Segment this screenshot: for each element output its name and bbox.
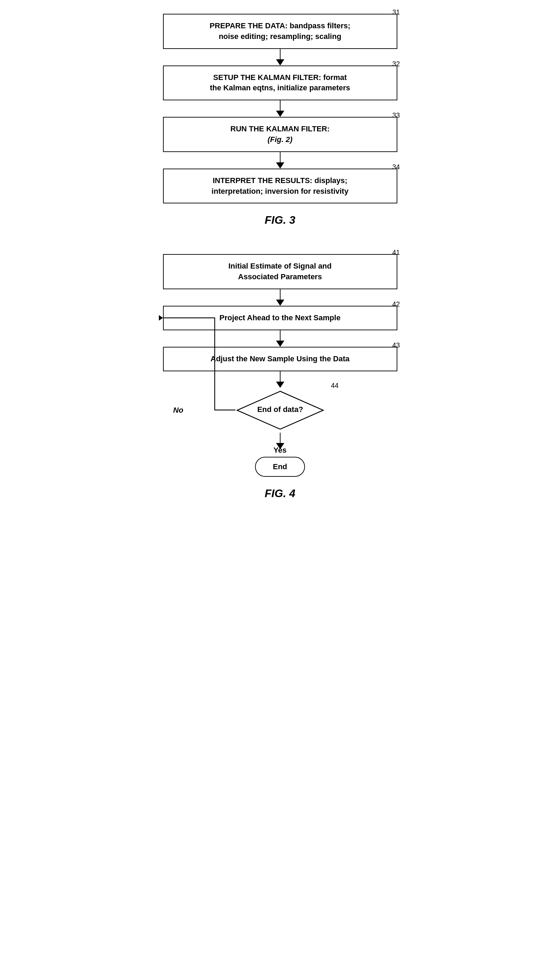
fig4-box-43-text: Adjust the New Sample Using the Data	[174, 354, 386, 364]
arrow-line	[280, 433, 280, 443]
fig4-box-41-text: Initial Estimate of Signal and Associate…	[174, 261, 386, 282]
corner-34: 34	[392, 163, 400, 171]
yes-label: Yes	[273, 446, 287, 454]
corner-33: 33	[392, 111, 400, 119]
arrow-line	[280, 49, 280, 59]
diamond-svg: End of data?	[235, 390, 325, 431]
fig3-box-32: 32 SETUP THE KALMAN FILTER: format the K…	[163, 65, 397, 101]
arrowhead	[276, 111, 284, 117]
fig3-box-32-line2: the Kalman eqtns, initialize parameters	[210, 83, 350, 92]
corner-44: 44	[331, 382, 338, 390]
fig4-box-42: 42 Project Ahead to the Next Sample	[163, 306, 397, 330]
diamond-label: End of data?	[257, 405, 303, 414]
fig4-box-43-line1: Adjust the New Sample Using the Data	[210, 354, 350, 363]
svg-text:End of data?: End of data?	[257, 405, 303, 414]
arrowhead	[276, 162, 284, 168]
arrowhead	[276, 341, 284, 347]
fig3-wrapper: 31 PREPARE THE DATA: bandpass filters; n…	[125, 14, 435, 227]
fig4-box-41: 41 Initial Estimate of Signal and Associ…	[163, 254, 397, 289]
end-label: End	[273, 462, 287, 471]
fig4-loop-container: 41 Initial Estimate of Signal and Associ…	[142, 254, 418, 477]
corner-42: 42	[392, 300, 400, 308]
corner-31: 31	[392, 8, 400, 16]
fig4-diamond-44-wrapper: 44 No End of data?	[163, 388, 397, 433]
fig3-caption: FIG. 3	[125, 214, 435, 227]
arrowhead	[276, 382, 284, 388]
fig3-box-34-line2: interpretation; inversion for resistivit…	[212, 187, 348, 195]
fig4-box-41-wrapper: 41 Initial Estimate of Signal and Associ…	[163, 254, 397, 289]
fig4-box-43-wrapper: 43 Adjust the New Sample Using the Data	[163, 347, 397, 371]
arrow-43-44	[276, 371, 284, 388]
fig3-box-34: 34 INTERPRET THE RESULTS: displays; inte…	[163, 168, 397, 204]
arrow-line	[280, 371, 280, 382]
diagrams-container: 31 PREPARE THE DATA: bandpass filters; n…	[125, 14, 435, 500]
arrowhead	[276, 59, 284, 65]
arrow-41-42	[276, 289, 284, 306]
fig4-flow: 41 Initial Estimate of Signal and Associ…	[125, 254, 435, 477]
arrow-33-34	[276, 152, 284, 168]
corner-32: 32	[392, 60, 400, 68]
end-oval: End	[255, 457, 305, 477]
fig3-box-34-text: INTERPRET THE RESULTS: displays; interpr…	[174, 175, 386, 197]
fig4-caption: FIG. 4	[125, 487, 435, 500]
yes-label-wrapper: Yes	[273, 446, 287, 455]
arrow-42-43	[276, 330, 284, 347]
fig4-box-42-wrapper: 42 Project Ahead to the Next Sample	[163, 306, 397, 330]
fig3-box-33: 33 RUN THE KALMAN FILTER: (Fig. 2)	[163, 117, 397, 152]
fig3-box-31-text: PREPARE THE DATA: bandpass filters; nois…	[174, 21, 386, 42]
corner-43: 43	[392, 341, 400, 349]
arrow-line	[280, 330, 280, 341]
fig3-flow: 31 PREPARE THE DATA: bandpass filters; n…	[125, 14, 435, 203]
fig4-box-42-line1: Project Ahead to the Next Sample	[220, 313, 340, 322]
fig3-box-33-line1: RUN THE KALMAN FILTER:	[230, 125, 330, 133]
fig4-box-41-line1: Initial Estimate of Signal and	[228, 262, 332, 270]
fig4-wrapper: 41 Initial Estimate of Signal and Associ…	[125, 254, 435, 500]
fig3-box-33-line2: (Fig. 2)	[267, 135, 292, 144]
fig4-box-43: 43 Adjust the New Sample Using the Data	[163, 347, 397, 371]
fig3-box-31-line2: noise editing; resampling; scaling	[219, 32, 342, 41]
arrowhead	[276, 300, 284, 306]
fig3-box-32-line1: SETUP THE KALMAN FILTER: format	[213, 73, 347, 82]
arrow-line	[280, 100, 280, 111]
fig3-box-34-line1: INTERPRET THE RESULTS: displays;	[213, 176, 347, 185]
svg-marker-2	[159, 315, 163, 321]
arrow-line	[280, 152, 280, 162]
arrow-32-33	[276, 100, 284, 117]
arrow-31-32	[276, 49, 284, 65]
fig3-box-31-line1: PREPARE THE DATA: bandpass filters;	[210, 22, 350, 30]
fig3-box-31: 31 PREPARE THE DATA: bandpass filters; n…	[163, 14, 397, 49]
fig4-box-42-text: Project Ahead to the Next Sample	[174, 313, 386, 323]
arrow-line	[280, 289, 280, 300]
no-label: No	[173, 406, 183, 415]
fig3-box-33-text: RUN THE KALMAN FILTER: (Fig. 2)	[174, 124, 386, 145]
corner-41: 41	[392, 248, 400, 257]
fig4-box-41-line2: Associated Parameters	[238, 272, 322, 281]
fig3-box-32-text: SETUP THE KALMAN FILTER: format the Kalm…	[174, 72, 386, 94]
